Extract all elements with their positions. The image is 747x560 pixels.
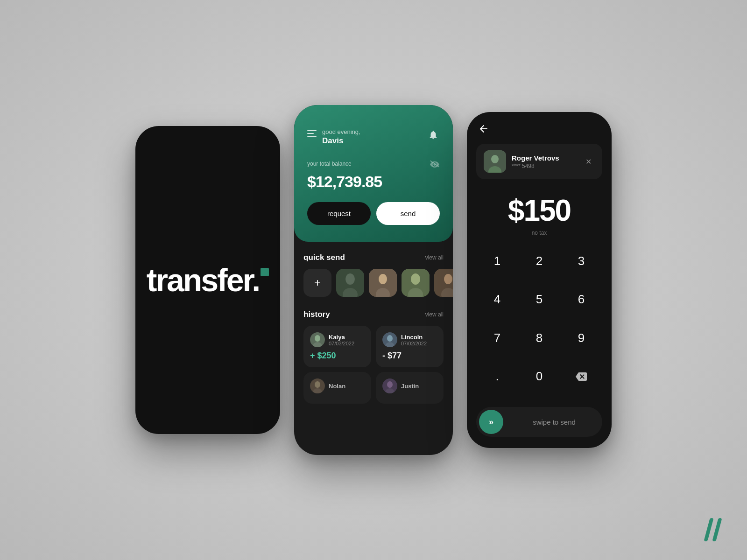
numpad: 1 2 3 4 5 6 7 8 9 . 0 — [467, 240, 612, 403]
numpad-8[interactable]: 8 — [518, 322, 560, 354]
phones-container: transfer. good evening, Davis — [135, 105, 612, 455]
amount-value: $150 — [476, 193, 602, 228]
app-title: transfer. — [147, 264, 259, 296]
history-info-nolan: Nolan — [329, 383, 345, 390]
svg-point-2 — [345, 273, 355, 285]
numpad-6[interactable]: 6 — [560, 283, 602, 316]
quick-avatar-4[interactable] — [434, 269, 453, 297]
swipe-label: swipe to send — [509, 418, 599, 426]
history-avatar-lincoln — [382, 332, 397, 347]
history-amount-kaiya: + $250 — [310, 351, 365, 361]
history-name-justin: Justin — [401, 383, 419, 390]
numpad-1[interactable]: 1 — [476, 245, 518, 277]
quick-avatar-1[interactable] — [336, 269, 364, 297]
logo-dot — [261, 268, 269, 276]
phone-splash: transfer. — [135, 126, 280, 434]
greeting-text: good evening, — [322, 128, 360, 135]
history-amount-lincoln: - $77 — [382, 351, 437, 361]
hamburger-line-3 — [307, 136, 317, 137]
recipient-card: Roger Vetrovs **** 5498 ✕ — [476, 144, 602, 179]
balance-label-row: your total balance — [307, 159, 440, 169]
history-card-header-1: Kaiya 07/03/2022 — [310, 332, 365, 347]
hide-balance-icon[interactable] — [430, 159, 440, 169]
payment-top: Roger Vetrovs **** 5498 ✕ — [467, 112, 612, 179]
svg-point-20 — [315, 381, 320, 388]
numpad-decimal[interactable]: . — [476, 360, 518, 393]
add-recipient-button[interactable]: + — [303, 269, 331, 297]
history-info-lincoln: Lincoln 07/02/2022 — [401, 334, 427, 346]
amount-display: $150 no tax — [467, 179, 612, 240]
history-card-justin[interactable]: Justin — [376, 372, 444, 404]
history-info-kaiya: Kaiya 07/03/2022 — [329, 334, 354, 346]
no-tax-label: no tax — [476, 230, 602, 236]
swipe-bar[interactable]: » swipe to send — [476, 407, 602, 437]
quick-send-view-all[interactable]: view all — [425, 254, 444, 261]
history-name-kaiya: Kaiya — [329, 334, 354, 341]
history-view-all[interactable]: view all — [425, 311, 444, 318]
header-top: good evening, Davis — [307, 128, 440, 146]
svg-point-14 — [315, 335, 320, 342]
svg-point-17 — [387, 335, 393, 342]
numpad-0[interactable]: 0 — [518, 360, 560, 393]
history-name-lincoln: Lincoln — [401, 334, 427, 341]
history-date-kaiya: 07/03/2022 — [329, 341, 354, 346]
history-card-nolan[interactable]: Nolan — [303, 372, 371, 404]
history-card-header-4: Justin — [382, 378, 437, 393]
history-avatar-justin — [382, 378, 397, 393]
greeting-name: Davis — [322, 136, 360, 146]
hamburger-line-2 — [307, 133, 314, 134]
history-name-nolan: Nolan — [329, 383, 345, 390]
action-buttons: request send — [307, 202, 440, 225]
numpad-2[interactable]: 2 — [518, 245, 560, 277]
numpad-3[interactable]: 3 — [560, 245, 602, 277]
history-card-header-2: Lincoln 07/02/2022 — [382, 332, 437, 347]
numpad-7[interactable]: 7 — [476, 322, 518, 354]
hamburger-line-1 — [307, 130, 317, 131]
send-button[interactable]: send — [376, 202, 440, 225]
svg-point-26 — [491, 155, 499, 163]
svg-point-23 — [387, 381, 393, 388]
numpad-9[interactable]: 9 — [560, 322, 602, 354]
greeting-block: good evening, Davis — [322, 128, 360, 146]
phone-payment: Roger Vetrovs **** 5498 ✕ $150 no tax 1 … — [467, 112, 612, 448]
history-card-lincoln[interactable]: Lincoln 07/02/2022 - $77 — [376, 326, 444, 367]
request-button[interactable]: request — [307, 202, 371, 225]
recipient-avatar — [484, 150, 506, 173]
dashboard-body: quick send view all + — [294, 242, 453, 455]
svg-point-8 — [411, 273, 420, 285]
numpad-4[interactable]: 4 — [476, 283, 518, 316]
quick-send-list: + — [303, 269, 444, 297]
swipe-chevrons-icon: » — [489, 417, 493, 427]
quick-avatar-3[interactable] — [402, 269, 430, 297]
logo-container: transfer. — [147, 264, 269, 296]
recipient-name: Roger Vetrovs — [512, 154, 576, 162]
recipient-card-number: **** 5498 — [512, 163, 576, 169]
history-date-lincoln: 07/02/2022 — [401, 341, 427, 346]
menu-icon[interactable] — [307, 130, 317, 137]
svg-point-11 — [444, 274, 452, 284]
history-info-justin: Justin — [401, 383, 419, 390]
numpad-5[interactable]: 5 — [518, 283, 560, 316]
history-card-kaiya[interactable]: Kaiya 07/03/2022 + $250 — [303, 326, 371, 367]
history-grid: Kaiya 07/03/2022 + $250 — [303, 326, 444, 404]
back-button[interactable] — [476, 121, 491, 136]
quick-avatar-2[interactable] — [369, 269, 397, 297]
history-avatar-nolan — [310, 378, 325, 393]
history-card-header-3: Nolan — [310, 378, 365, 393]
watermark — [707, 518, 719, 541]
phone-dashboard: good evening, Davis your total balance — [294, 105, 453, 455]
notification-bell[interactable] — [427, 128, 440, 141]
svg-point-5 — [379, 274, 387, 284]
quick-send-title: quick send — [303, 253, 345, 262]
recipient-info: Roger Vetrovs **** 5498 — [512, 154, 576, 169]
quick-send-header: quick send view all — [303, 253, 444, 262]
history-header: history view all — [303, 310, 444, 319]
balance-amount: $12,739.85 — [307, 173, 440, 191]
history-avatar-kaiya — [310, 332, 325, 347]
history-title: history — [303, 310, 330, 319]
close-recipient-button[interactable]: ✕ — [582, 155, 595, 168]
swipe-handle[interactable]: » — [479, 410, 503, 434]
dashboard-header: good evening, Davis your total balance — [294, 105, 453, 242]
numpad-backspace[interactable] — [560, 360, 602, 393]
balance-label-text: your total balance — [307, 161, 352, 167]
